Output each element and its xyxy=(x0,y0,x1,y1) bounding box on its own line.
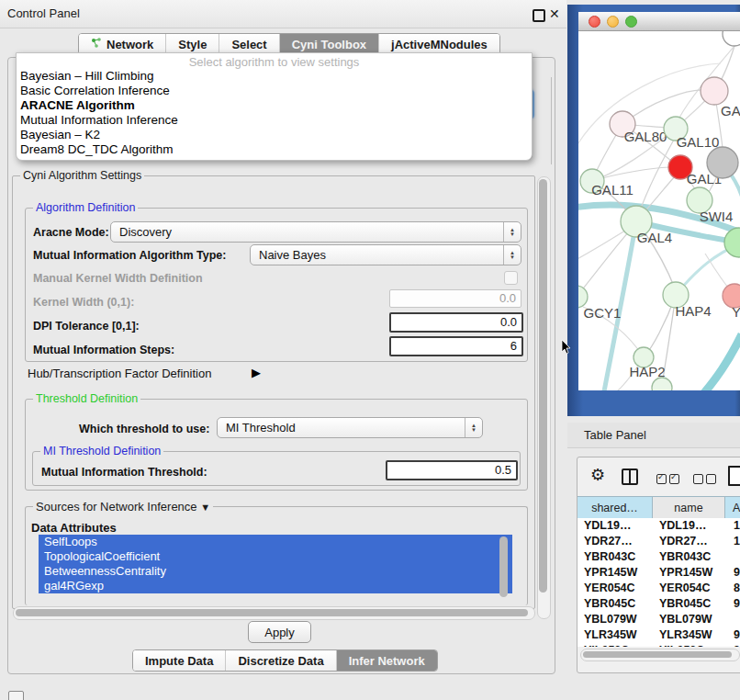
aracne-mode-combobox[interactable]: Discovery ▲▼ xyxy=(110,221,521,243)
zoom-traffic-light-icon[interactable] xyxy=(625,16,637,28)
table-row[interactable]: YLR345WYLR345W9. xyxy=(577,627,740,643)
attribute-item[interactable]: gal4RGexp xyxy=(39,579,512,593)
data-attributes-list: SelfLoopsTopologicalCoefficientBetweenne… xyxy=(39,535,512,601)
table-body: YDL19…YDL19…13YDR27…YDR27…12YBR043CYBR04… xyxy=(577,518,740,647)
mi-threshold-label: Mutual Information Threshold: xyxy=(41,466,207,479)
apply-button[interactable]: Apply xyxy=(248,621,311,643)
network-node-label: HAP4 xyxy=(675,303,711,319)
mi-steps-field[interactable]: 6 xyxy=(389,336,523,356)
network-node-label: GAL10 xyxy=(677,134,720,150)
table-panel-title: Table Panel xyxy=(584,428,646,442)
attribute-item[interactable]: SelfLoops xyxy=(39,535,512,549)
control-panel-title: Control Panel xyxy=(7,6,80,20)
settings-vscroll-thumb[interactable] xyxy=(539,179,547,593)
column-header-shared-name[interactable]: shared… xyxy=(577,497,653,519)
tab-select[interactable]: Select xyxy=(219,34,279,54)
tab-impute-data[interactable]: Impute Data xyxy=(133,650,226,671)
column-header-partial[interactable]: A xyxy=(725,497,740,519)
tab-style[interactable]: Style xyxy=(166,34,219,54)
network-node[interactable] xyxy=(723,31,740,46)
settings-hscroll-thumb[interactable] xyxy=(16,609,528,616)
control-panel-titlebar: Control Panel ✕ xyxy=(0,0,566,28)
deselect-all-icon[interactable] xyxy=(693,471,719,488)
algorithm-dropdown-placeholder: Select algorithm to view settings xyxy=(17,53,532,69)
table-row[interactable]: YBL079WYBL079W xyxy=(577,612,740,627)
gear-icon[interactable]: ⚙ xyxy=(590,465,605,485)
algorithm-option[interactable]: Bayesian – K2 xyxy=(17,128,532,142)
network-node-gal[interactable] xyxy=(701,77,728,105)
data-attributes-label: Data Attributes xyxy=(31,521,117,535)
table-row[interactable]: YBR043CYBR043C xyxy=(577,549,740,565)
algorithm-option[interactable]: Basic Correlation Inference xyxy=(17,84,532,98)
algorithm-option[interactable]: Mutual Information Inference xyxy=(17,113,532,128)
tab-cyni-toolbox[interactable]: Cyni Toolbox xyxy=(280,34,379,54)
expand-right-icon[interactable]: ▶ xyxy=(252,366,261,379)
mi-steps-label: Mutual Information Steps: xyxy=(33,344,174,356)
table-row[interactable]: YIL052CYIL052C9. xyxy=(577,643,740,647)
network-node[interactable] xyxy=(724,228,740,257)
network-node[interactable] xyxy=(707,147,738,178)
network-canvas[interactable]: GALGAL80GAL10GAL1GAL11SWI4GAL4GCY1HAP4YH… xyxy=(578,31,740,390)
function-page-icon[interactable] xyxy=(728,466,740,486)
dpi-tolerance-field[interactable]: 0.0 xyxy=(389,312,523,333)
network-node-label: GAL80 xyxy=(624,129,667,144)
stepper-icon: ▲▼ xyxy=(503,222,521,242)
network-node[interactable] xyxy=(652,378,672,390)
which-threshold-label: Which threshold to use: xyxy=(79,423,209,435)
network-node-label: GCY1 xyxy=(584,305,622,321)
settings-vscroll-track[interactable] xyxy=(537,176,551,619)
table-row[interactable]: YPR145WYPR145W9. xyxy=(577,565,740,581)
mi-threshold-field[interactable]: 0.5 xyxy=(386,460,518,480)
tab-infer-network[interactable]: Infer Network xyxy=(337,650,437,671)
manual-kernel-checkbox[interactable] xyxy=(504,271,518,285)
kernel-width-field[interactable]: 0.0 xyxy=(389,289,521,308)
mi-threshold-group-title: MI Threshold Definition xyxy=(40,445,163,457)
network-node-label: GAL xyxy=(721,103,740,119)
hub-definition-label[interactable]: Hub/Transcription Factor Definition xyxy=(28,367,211,380)
tab-network[interactable]: Network xyxy=(79,34,166,54)
attribute-item[interactable]: TopologicalCoefficient xyxy=(39,549,512,564)
close-traffic-light-icon[interactable] xyxy=(589,16,600,28)
bottom-tabbar: Impute DataDiscretize DataInfer Network xyxy=(132,649,438,672)
attributes-scrollbar[interactable] xyxy=(499,536,508,597)
close-icon[interactable]: ✕ xyxy=(549,6,560,21)
manual-kernel-label: Manual Kernel Width Definition xyxy=(33,272,203,285)
network-node-label: GAL11 xyxy=(591,182,633,198)
attribute-item[interactable]: BetweennessCentrality xyxy=(39,564,512,579)
tab-jactivemnodules[interactable]: jActiveMNodules xyxy=(379,34,499,54)
mi-type-combobox[interactable]: Naive Bayes ▲▼ xyxy=(250,244,521,265)
algorithm-option[interactable]: Dream8 DC_TDC Algorithm xyxy=(17,142,532,157)
network-node-label: Y xyxy=(732,304,740,320)
table-row[interactable]: YER054CYER054C8. xyxy=(577,581,740,596)
mouse-cursor xyxy=(561,340,572,356)
screenshot-root: Control Panel ✕ NetworkStyleSelectCyni T… xyxy=(0,0,740,700)
expand-down-icon[interactable]: ▼ xyxy=(200,502,210,513)
minimize-traffic-light-icon[interactable] xyxy=(607,16,619,28)
settings-hscroll-track[interactable] xyxy=(13,606,535,620)
table-row[interactable]: YDL19…YDL19…13 xyxy=(577,518,740,534)
kernel-width-label: Kernel Width (0,1): xyxy=(33,296,134,309)
network-node-label: SWI4 xyxy=(700,209,734,224)
minimized-panel-icon[interactable] xyxy=(8,691,24,700)
algorithm-dropdown-list: Select algorithm to view settings Bayesi… xyxy=(16,52,533,161)
select-all-icon[interactable] xyxy=(656,471,682,488)
table-row[interactable]: YDR27…YDR27…12 xyxy=(577,534,740,549)
table-hscroll-track[interactable] xyxy=(580,649,740,661)
mi-type-label: Mutual Information Algorithm Type: xyxy=(33,249,226,262)
algorithm-option[interactable]: Bayesian – Hill Climbing xyxy=(17,69,532,84)
which-threshold-combobox[interactable]: MI Threshold ▲▼ xyxy=(217,417,483,438)
hidden-groupbox-border xyxy=(551,77,552,164)
table-panel-titlebar: Table Panel xyxy=(567,423,740,448)
table-row[interactable]: YBR045CYBR045C9. xyxy=(577,596,740,612)
threshold-definition-title: Threshold Definition xyxy=(33,392,140,405)
table-hscroll-thumb[interactable] xyxy=(583,651,732,658)
aracne-mode-value: Discovery xyxy=(111,225,503,239)
float-window-icon[interactable] xyxy=(533,9,545,22)
tab-discretize-data[interactable]: Discretize Data xyxy=(226,650,336,671)
sources-title: Sources for Network Inference xyxy=(36,500,197,514)
table-panel-inner: ⚙ shared… name A YDL19…YDL19…13YDR27…YDR… xyxy=(577,457,740,673)
algorithm-definition-title: Algorithm Definition xyxy=(33,201,138,214)
algorithm-option[interactable]: ARACNE Algorithm xyxy=(17,98,532,113)
column-header-name[interactable]: name xyxy=(653,497,725,519)
columns-icon[interactable] xyxy=(622,469,638,485)
